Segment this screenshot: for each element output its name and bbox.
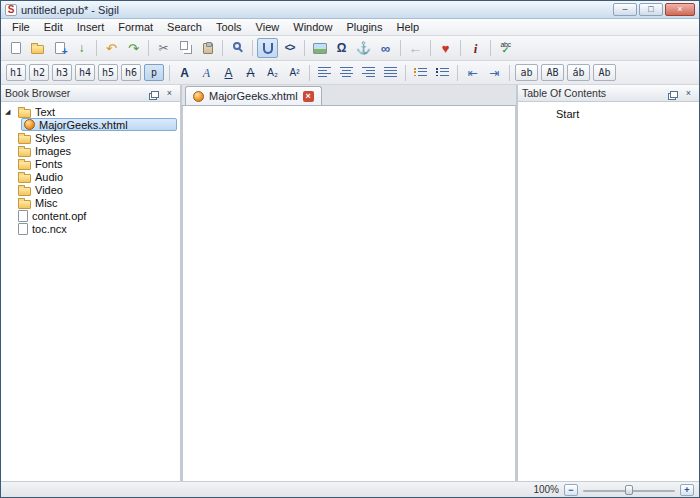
copy-button[interactable]	[175, 38, 196, 58]
heading-1-button[interactable]: h1	[6, 64, 26, 81]
cut-button[interactable]: ✂	[153, 38, 174, 58]
menu-format[interactable]: Format	[111, 20, 160, 34]
zoom-slider[interactable]	[583, 484, 675, 496]
folder-icon	[18, 148, 31, 157]
new-file-button[interactable]	[5, 38, 26, 58]
heading-6-button[interactable]: h6	[121, 64, 141, 81]
toc-item-start[interactable]: Start	[556, 108, 695, 120]
separator	[252, 40, 253, 56]
book-view-button[interactable]	[257, 38, 278, 58]
bold-button[interactable]: A	[174, 63, 195, 83]
insert-link-button[interactable]: ∞	[375, 38, 396, 58]
close-button[interactable]: ×	[665, 3, 695, 16]
heading-5-button[interactable]: h5	[98, 64, 118, 81]
align-right-button[interactable]	[358, 63, 379, 83]
align-left-button[interactable]	[314, 63, 335, 83]
menu-tools[interactable]: Tools	[209, 20, 249, 34]
tree-item-audio[interactable]: Audio	[1, 170, 180, 183]
tab-close-button[interactable]: ×	[303, 91, 314, 102]
donate-button[interactable]: ♥	[435, 38, 456, 58]
heading-3-button[interactable]: h3	[52, 64, 72, 81]
paste-button[interactable]	[197, 38, 218, 58]
tree-item-text[interactable]: ◢ Text	[1, 105, 180, 118]
paste-icon	[203, 43, 213, 54]
document-editor[interactable]	[182, 106, 516, 481]
strikethrough-button[interactable]: A	[240, 63, 261, 83]
menu-window[interactable]: Window	[286, 20, 339, 34]
menu-plugins[interactable]: Plugins	[339, 20, 389, 34]
special-character-button[interactable]: Ω	[331, 38, 352, 58]
align-center-button[interactable]	[336, 63, 357, 83]
back-button[interactable]: ←	[405, 38, 426, 58]
main-toolbar: ↓ ↶ ↷ ✂ <> Ω ⚓ ∞ ← ♥ i abc ✓	[1, 36, 699, 61]
tree-item-video[interactable]: Video	[1, 183, 180, 196]
underline-button[interactable]: A	[218, 63, 239, 83]
close-panel-button[interactable]: ×	[163, 87, 176, 100]
close-panel-button[interactable]: ×	[682, 87, 695, 100]
capitalize-button[interactable]: Ab	[593, 64, 616, 81]
subscript-button[interactable]: A₂	[262, 63, 283, 83]
increase-indent-button[interactable]: ⇥	[484, 63, 505, 83]
redo-button[interactable]: ↷	[123, 38, 144, 58]
float-panel-button[interactable]	[666, 87, 679, 100]
title-bar[interactable]: S untitled.epub* - Sigil – □ ×	[1, 1, 699, 19]
find-button[interactable]	[227, 38, 248, 58]
tree-item-images[interactable]: Images	[1, 144, 180, 157]
minimize-button[interactable]: –	[613, 3, 637, 16]
bullet-list-button[interactable]	[410, 63, 431, 83]
html-file-icon	[24, 119, 35, 130]
tree-item-fonts[interactable]: Fonts	[1, 157, 180, 170]
italic-button[interactable]: A	[196, 63, 217, 83]
user-guide-button[interactable]: i	[465, 38, 486, 58]
tree-item-toc-ncx[interactable]: toc.ncx	[1, 222, 180, 235]
float-panel-button[interactable]	[147, 87, 160, 100]
toc-panel: Table Of Contents × Start	[516, 85, 699, 481]
tree-item-styles[interactable]: Styles	[1, 131, 180, 144]
maximize-button[interactable]: □	[639, 3, 663, 16]
book-browser-tree[interactable]: ◢ Text MajorGeeks.xhtml Styles	[1, 102, 180, 481]
undo-button[interactable]: ↶	[101, 38, 122, 58]
slider-thumb[interactable]	[625, 485, 633, 495]
open-file-button[interactable]	[27, 38, 48, 58]
superscript-button[interactable]: A²	[284, 63, 305, 83]
insert-id-button[interactable]: ⚓	[353, 38, 374, 58]
insert-image-button[interactable]	[309, 38, 330, 58]
search-icon	[233, 42, 241, 50]
expander-icon[interactable]: ◢	[5, 105, 14, 118]
sigil-logo-icon: S	[5, 4, 17, 16]
align-justify-button[interactable]	[380, 63, 401, 83]
toc-header: Table Of Contents ×	[518, 85, 699, 102]
heading-2-button[interactable]: h2	[29, 64, 49, 81]
separator	[96, 40, 97, 56]
save-button[interactable]: ↓	[71, 38, 92, 58]
zoom-in-button[interactable]: +	[680, 484, 694, 496]
cut-icon: ✂	[158, 42, 168, 54]
tree-item-label: Misc	[35, 197, 58, 209]
undo-icon: ↶	[106, 42, 117, 55]
zoom-out-button[interactable]: −	[564, 484, 578, 496]
add-existing-button[interactable]	[49, 38, 70, 58]
spellcheck-button[interactable]: abc ✓	[495, 38, 516, 58]
tree-item-label: MajorGeeks.xhtml	[39, 119, 128, 131]
uppercase-button[interactable]: AB	[541, 64, 564, 81]
toc-list[interactable]: Start	[518, 102, 699, 481]
code-view-button[interactable]: <>	[279, 38, 300, 58]
paragraph-button[interactable]: p	[144, 64, 164, 81]
lowercase-button[interactable]: ab	[515, 64, 538, 81]
tree-item-misc[interactable]: Misc	[1, 196, 180, 209]
menu-insert[interactable]: Insert	[70, 20, 112, 34]
menu-search[interactable]: Search	[160, 20, 209, 34]
menu-edit[interactable]: Edit	[37, 20, 70, 34]
menu-help[interactable]: Help	[389, 20, 426, 34]
tree-item-majorgeeks-xhtml[interactable]: MajorGeeks.xhtml	[1, 118, 180, 131]
decrease-indent-button[interactable]: ⇤	[462, 63, 483, 83]
new-file-icon	[11, 42, 21, 54]
heading-4-button[interactable]: h4	[75, 64, 95, 81]
float-icon	[670, 91, 678, 98]
tab-majorgeeks-xhtml[interactable]: MajorGeeks.xhtml ×	[185, 86, 322, 105]
menu-file[interactable]: File	[5, 20, 37, 34]
menu-view[interactable]: View	[249, 20, 287, 34]
titlecase-button[interactable]: áb	[567, 64, 590, 81]
tree-item-content-opf[interactable]: content.opf	[1, 209, 180, 222]
numbered-list-button[interactable]	[432, 63, 453, 83]
